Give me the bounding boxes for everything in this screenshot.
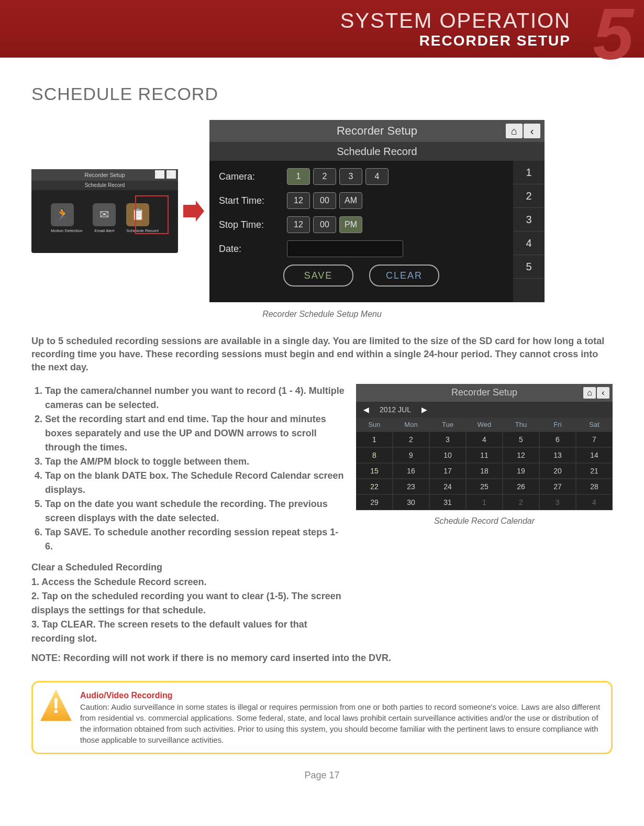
cal-cell[interactable]: 29 [356, 494, 393, 510]
cal-month: 2012 JUL [380, 405, 411, 414]
date-field[interactable] [287, 240, 403, 257]
camera-1[interactable]: 1 [287, 168, 310, 185]
cal-cell[interactable]: 5 [503, 432, 539, 447]
cal-day-header: Sun [356, 417, 393, 432]
cal-cell[interactable]: 2 [393, 432, 429, 447]
cal-cell[interactable]: 19 [503, 463, 539, 479]
cal-cell[interactable]: 11 [466, 447, 503, 463]
ms-subtitle: Schedule Record [209, 142, 545, 161]
thumb-icon-email: ✉Email Alert [93, 203, 116, 233]
cal-cell[interactable]: 27 [539, 479, 576, 494]
camera-4[interactable]: 4 [365, 168, 388, 185]
cal-cell[interactable]: 24 [429, 479, 466, 494]
cal-cell[interactable]: 17 [429, 463, 466, 479]
caption-2: Schedule Record Calendar [356, 516, 613, 526]
cal-cell[interactable]: 12 [503, 447, 539, 463]
cal-cell[interactable]: 16 [393, 463, 429, 479]
chapter-number: 5 [593, 0, 634, 71]
cal-cell[interactable]: 4 [466, 432, 503, 447]
clear-step-1: 1. Access the Schedule Record screen. [31, 575, 346, 589]
cal-cell[interactable]: 22 [356, 479, 393, 494]
cal-day-header: Mon [393, 417, 429, 432]
note-line: NOTE: Recording will not work if there i… [31, 651, 613, 665]
slot-2[interactable]: 2 [513, 184, 545, 208]
start-min[interactable]: 00 [313, 192, 336, 209]
cal-day-header: Tue [429, 417, 466, 432]
cal-cell[interactable]: 18 [466, 463, 503, 479]
cal-cell[interactable]: 3 [429, 432, 466, 447]
home-icon[interactable]: ⌂ [583, 387, 596, 399]
back-icon[interactable]: ‹ [597, 387, 609, 399]
thumb-icon-motion: 🏃Motion Detection [51, 203, 82, 233]
cal-cell[interactable]: 26 [503, 479, 539, 494]
camera-3[interactable]: 3 [339, 168, 362, 185]
start-ampm[interactable]: AM [339, 192, 362, 209]
step-4: Tap on the blank DATE box. The Schedule … [45, 469, 346, 497]
cal-cell[interactable]: 10 [429, 447, 466, 463]
stop-min[interactable]: 00 [313, 216, 336, 233]
cal-cell[interactable]: 31 [429, 494, 466, 510]
cal-cell[interactable]: 21 [576, 463, 613, 479]
save-button[interactable]: SAVE [283, 265, 353, 287]
cal-cell[interactable]: 20 [539, 463, 576, 479]
main-screenshot: Recorder Setup ⌂‹ Schedule Record Camera… [209, 120, 545, 302]
page-number: Page 17 [31, 770, 613, 781]
cal-day-header: Wed [466, 417, 503, 432]
slot-1[interactable]: 1 [513, 161, 545, 184]
cal-cell[interactable]: 25 [466, 479, 503, 494]
cal-day-header: Thu [503, 417, 539, 432]
cal-cell[interactable]: 7 [576, 432, 613, 447]
stop-ampm[interactable]: PM [339, 216, 362, 233]
home-icon[interactable]: ⌂ [506, 124, 523, 138]
stop-hour[interactable]: 12 [287, 216, 310, 233]
next-month-icon[interactable]: ▶ [421, 405, 427, 414]
warning-title: Audio/Video Recording [80, 691, 173, 700]
clear-step-2: 2. Tap on the scheduled recording you wa… [31, 589, 346, 618]
ms-title: Recorder Setup [337, 124, 417, 138]
arrow-icon [183, 201, 204, 222]
cal-cell[interactable]: 15 [356, 463, 393, 479]
warning-icon: ! [40, 690, 72, 721]
start-label: Start Time: [219, 195, 287, 206]
step-1: Tap the camera/channel number you want t… [45, 384, 346, 412]
cal-cell[interactable]: 28 [576, 479, 613, 494]
cal-cell[interactable]: 2 [503, 494, 539, 510]
cal-title: Recorder Setup [451, 387, 517, 398]
cal-cell[interactable]: 9 [393, 447, 429, 463]
clear-button[interactable]: CLEAR [369, 265, 439, 287]
start-hour[interactable]: 12 [287, 192, 310, 209]
date-label: Date: [219, 244, 287, 255]
step-2: Set the recording start and end time. Ta… [45, 412, 346, 455]
slot-4[interactable]: 4 [513, 232, 545, 255]
slot-3[interactable]: 3 [513, 208, 545, 232]
cal-cell[interactable]: 23 [393, 479, 429, 494]
calendar-screenshot: Recorder Setup ⌂‹ ◀ 2012 JUL ▶ SunMonTue… [356, 384, 613, 510]
back-icon: ‹ [155, 170, 164, 179]
thumb-subtitle: Schedule Record [31, 181, 178, 190]
prev-month-icon[interactable]: ◀ [363, 405, 369, 414]
cal-cell[interactable]: 4 [576, 494, 613, 510]
cal-cell[interactable]: 3 [539, 494, 576, 510]
back-icon[interactable]: ‹ [524, 124, 540, 138]
page-header: SYSTEM OPERATION RECORDER SETUP 5 [0, 0, 644, 58]
cal-cell[interactable]: 1 [356, 432, 393, 447]
camera-2[interactable]: 2 [313, 168, 336, 185]
header-subtitle: RECORDER SETUP [340, 32, 571, 49]
caption-1: Recorder Schedule Setup Menu [31, 310, 613, 319]
clear-step-3: 3. Tap CLEAR. The screen resets to the d… [31, 618, 346, 646]
thumbnail-screenshot: Recorder Setup⌂‹ Schedule Record 🏃Motion… [31, 169, 178, 253]
step-3: Tap the AM/PM block to toggle between th… [45, 455, 346, 469]
schedule-slots: 1 2 3 4 5 [513, 161, 545, 302]
header-title: SYSTEM OPERATION [340, 9, 571, 32]
slot-5[interactable]: 5 [513, 255, 545, 279]
camera-label: Camera: [219, 171, 287, 182]
cal-cell[interactable]: 1 [466, 494, 503, 510]
cal-cell[interactable]: 6 [539, 432, 576, 447]
cal-cell[interactable]: 13 [539, 447, 576, 463]
warning-box: ! Audio/Video Recording Caution: Audio s… [31, 681, 613, 754]
cal-cell[interactable]: 8 [356, 447, 393, 463]
cal-cell[interactable]: 30 [393, 494, 429, 510]
highlight-box [135, 195, 169, 234]
cal-day-header: Fri [539, 417, 576, 432]
cal-cell[interactable]: 14 [576, 447, 613, 463]
